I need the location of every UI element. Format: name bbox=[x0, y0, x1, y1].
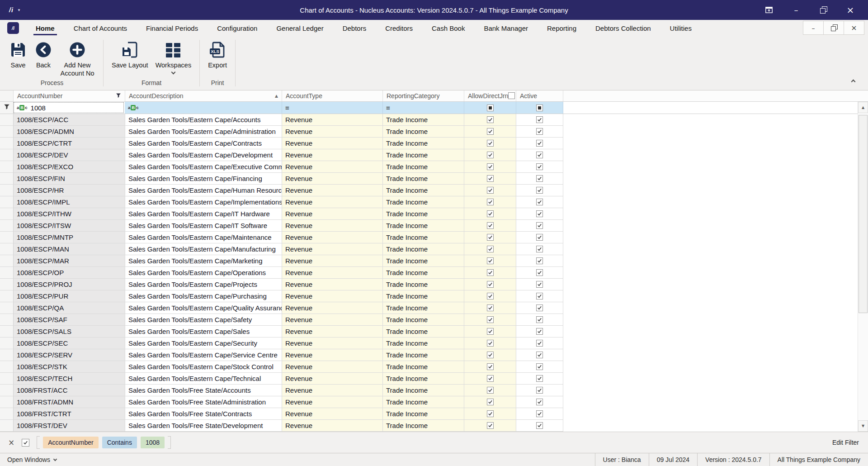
allow-direct-jrn-checkbox[interactable] bbox=[487, 163, 494, 170]
child-close-button[interactable]: × bbox=[844, 21, 864, 35]
cell-account-type[interactable]: Revenue bbox=[282, 220, 383, 232]
row-indicator[interactable] bbox=[0, 114, 14, 126]
vertical-scrollbar[interactable]: ▲ ▼ bbox=[858, 102, 868, 432]
cell-account-description[interactable]: Sales Garden Tools/Eastern Cape/Service … bbox=[125, 349, 282, 361]
allow-direct-jrn-checkbox[interactable] bbox=[487, 293, 494, 300]
active-checkbox[interactable] bbox=[536, 175, 543, 182]
cell-account-number[interactable]: 1008/ESCP/HR bbox=[14, 185, 125, 196]
row-indicator[interactable] bbox=[0, 385, 14, 396]
cell-allow-direct-jrn[interactable] bbox=[464, 255, 516, 267]
row-indicator[interactable] bbox=[0, 220, 14, 232]
cell-reporting-category[interactable]: Trade Income bbox=[383, 420, 464, 432]
allow-direct-jrn-checkbox[interactable] bbox=[487, 375, 494, 382]
cell-active[interactable] bbox=[516, 338, 563, 349]
cell-allow-direct-jrn[interactable] bbox=[464, 302, 516, 314]
cell-account-type[interactable]: Revenue bbox=[282, 326, 383, 338]
row-indicator[interactable] bbox=[0, 338, 14, 349]
cell-account-type[interactable]: Revenue bbox=[282, 290, 383, 302]
cell-account-description[interactable]: Sales Garden Tools/Eastern Cape/Financin… bbox=[125, 173, 282, 185]
cell-account-number[interactable]: 1008/ESCP/ADMN bbox=[14, 126, 125, 138]
back-button[interactable]: Back bbox=[31, 40, 56, 70]
cell-allow-direct-jrn[interactable] bbox=[464, 396, 516, 408]
allow-direct-jrn-checkbox[interactable] bbox=[487, 363, 494, 370]
filter-checkbox-active[interactable] bbox=[536, 105, 543, 111]
cell-account-number[interactable]: 1008/ESCP/SEC bbox=[14, 338, 125, 349]
cell-active[interactable] bbox=[516, 173, 563, 185]
row-indicator[interactable] bbox=[0, 314, 14, 326]
scroll-down-icon[interactable]: ▼ bbox=[858, 420, 868, 432]
cell-allow-direct-jrn[interactable] bbox=[464, 267, 516, 279]
filter-input-accountdescription[interactable]: aBc bbox=[125, 102, 282, 114]
cell-allow-direct-jrn[interactable] bbox=[464, 126, 516, 138]
cell-active[interactable] bbox=[516, 138, 563, 149]
scrollbar-thumb[interactable] bbox=[859, 115, 868, 313]
active-checkbox[interactable] bbox=[536, 328, 543, 335]
allow-direct-jrn-checkbox[interactable] bbox=[487, 316, 494, 323]
export-button[interactable]: XLSExport bbox=[204, 40, 231, 70]
cell-account-number[interactable]: 1008/FRST/CTRT bbox=[14, 408, 125, 420]
cell-reporting-category[interactable]: Trade Income bbox=[383, 326, 464, 338]
cell-allow-direct-jrn[interactable] bbox=[464, 385, 516, 396]
cell-account-number[interactable]: 1008/ESCP/STK bbox=[14, 361, 125, 373]
filter-input-reportingcategory[interactable]: = bbox=[383, 102, 464, 114]
allow-direct-jrn-checkbox[interactable] bbox=[487, 410, 494, 417]
cell-account-number[interactable]: 1008/FRST/DEV bbox=[14, 420, 125, 432]
filter-enabled-checkbox[interactable] bbox=[22, 439, 29, 447]
cell-reporting-category[interactable]: Trade Income bbox=[383, 196, 464, 208]
cell-account-type[interactable]: Revenue bbox=[282, 149, 383, 161]
cell-active[interactable] bbox=[516, 126, 563, 138]
cell-account-number[interactable]: 1008/ESCP/ITSW bbox=[14, 220, 125, 232]
cell-active[interactable] bbox=[516, 326, 563, 338]
cell-reporting-category[interactable]: Trade Income bbox=[383, 255, 464, 267]
row-indicator[interactable] bbox=[0, 396, 14, 408]
cell-active[interactable] bbox=[516, 361, 563, 373]
row-indicator[interactable] bbox=[0, 326, 14, 338]
restore-button[interactable] bbox=[815, 3, 832, 17]
cell-reporting-category[interactable]: Trade Income bbox=[383, 349, 464, 361]
open-windows-button[interactable]: Open Windows bbox=[0, 456, 64, 463]
cell-reporting-category[interactable]: Trade Income bbox=[383, 314, 464, 326]
cell-reporting-category[interactable]: Trade Income bbox=[383, 396, 464, 408]
cell-reporting-category[interactable]: Trade Income bbox=[383, 385, 464, 396]
cell-account-type[interactable]: Revenue bbox=[282, 302, 383, 314]
cell-account-description[interactable]: Sales Garden Tools/Eastern Cape/Projects bbox=[125, 279, 282, 290]
cell-account-description[interactable]: Sales Garden Tools/Eastern Cape/Security bbox=[125, 338, 282, 349]
cell-account-number[interactable]: 1008/ESCP/PROJ bbox=[14, 279, 125, 290]
cell-account-description[interactable]: Sales Garden Tools/Eastern Cape/IT Softw… bbox=[125, 220, 282, 232]
cell-account-number[interactable]: 1008/ESCP/QA bbox=[14, 302, 125, 314]
cell-account-number[interactable]: 1008/ESCP/EXCO bbox=[14, 161, 125, 173]
allow-direct-jrn-checkbox[interactable] bbox=[487, 281, 494, 288]
cell-account-description[interactable]: Sales Garden Tools/Eastern Cape/Sales bbox=[125, 326, 282, 338]
cell-active[interactable] bbox=[516, 314, 563, 326]
cell-active[interactable] bbox=[516, 373, 563, 385]
cell-account-type[interactable]: Revenue bbox=[282, 138, 383, 149]
filter-funnel-icon[interactable] bbox=[116, 92, 121, 100]
column-header-accountnumber[interactable]: AccountNumber bbox=[14, 90, 125, 101]
cell-account-type[interactable]: Revenue bbox=[282, 373, 383, 385]
cell-allow-direct-jrn[interactable] bbox=[464, 114, 516, 126]
child-restore-button[interactable] bbox=[823, 21, 844, 35]
cell-account-type[interactable]: Revenue bbox=[282, 279, 383, 290]
cell-active[interactable] bbox=[516, 208, 563, 220]
cell-account-description[interactable]: Sales Garden Tools/Eastern Cape/Administ… bbox=[125, 126, 282, 138]
cell-account-description[interactable]: Sales Garden Tools/Eastern Cape/Quality … bbox=[125, 302, 282, 314]
active-checkbox[interactable] bbox=[536, 257, 543, 264]
allow-direct-jrn-checkbox[interactable] bbox=[487, 222, 494, 229]
cell-account-type[interactable]: Revenue bbox=[282, 314, 383, 326]
tab-utilities[interactable]: Utilities bbox=[660, 20, 701, 36]
cell-account-number[interactable]: 1008/ESCP/SALS bbox=[14, 326, 125, 338]
allow-direct-jrn-checkbox[interactable] bbox=[487, 199, 494, 205]
filter-input-allowdirectjrn[interactable] bbox=[464, 102, 516, 114]
row-indicator[interactable] bbox=[0, 255, 14, 267]
clear-filter-icon[interactable]: × bbox=[8, 439, 14, 447]
cell-account-type[interactable]: Revenue bbox=[282, 196, 383, 208]
cell-reporting-category[interactable]: Trade Income bbox=[383, 173, 464, 185]
cell-account-number[interactable]: 1008/ESCP/SAF bbox=[14, 314, 125, 326]
row-indicator[interactable] bbox=[0, 208, 14, 220]
row-indicator[interactable] bbox=[0, 138, 14, 149]
cell-allow-direct-jrn[interactable] bbox=[464, 408, 516, 420]
cell-active[interactable] bbox=[516, 220, 563, 232]
workspaces-button[interactable]: Workspaces bbox=[152, 40, 195, 75]
allow-direct-jrn-checkbox[interactable] bbox=[487, 399, 494, 405]
save-button[interactable]: Save bbox=[5, 40, 31, 70]
